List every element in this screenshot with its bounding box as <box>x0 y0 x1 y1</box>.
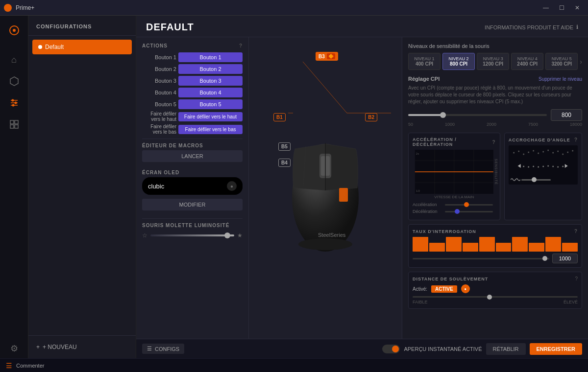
minimize-button[interactable]: — <box>539 1 553 15</box>
distance-panel: DISTANCE DE SOULÈVEMENT ? Activé: ACTIVE… <box>408 272 582 309</box>
sidebar-icon-settings[interactable]: ⚙ <box>4 339 24 358</box>
cpi-level-3[interactable]: NIVEAU 3 1200 CPI <box>477 53 509 70</box>
cpi-tick-2: 2000 <box>487 122 496 127</box>
toggle-circle[interactable]: ● <box>461 284 470 293</box>
bottom-bar: ☰ CONFIGS APERÇU INSTANTANÉ ACTIVÉ RÉTAB… <box>136 339 588 358</box>
angle-slider[interactable] <box>521 179 551 181</box>
cpi-slider[interactable] <box>408 114 547 116</box>
app-icon <box>4 4 12 12</box>
svg-rect-9 <box>10 120 14 124</box>
taux-value-input[interactable] <box>552 254 578 263</box>
distance-help-icon[interactable]: ? <box>575 276 578 281</box>
button-4-action[interactable]: Bouton 4 <box>178 88 243 97</box>
scroll-up-label: Faire défiler vers le haut <box>142 111 176 122</box>
cpi-tick-3: 7500 <box>528 122 538 127</box>
taux-slider[interactable] <box>413 258 549 259</box>
scroll-down-action[interactable]: Faire défiler vers le bas <box>178 125 243 134</box>
retablir-button[interactable]: RÉTABLIR <box>486 343 526 355</box>
svg-point-43 <box>557 151 559 152</box>
svg-point-34 <box>513 152 514 154</box>
scroll-wheel-title: SOURIS MOLETTE LUMINOSITÉ <box>142 223 243 228</box>
editor-info-link[interactable]: INFORMATIONS PRODUIT ET AIDE ℹ <box>485 24 578 30</box>
maximize-button[interactable]: ☐ <box>555 1 568 15</box>
actions-help-icon[interactable]: ? <box>239 43 243 48</box>
reglage-section: Réglage CPI Supprimer le niveau Avec un … <box>408 76 582 127</box>
svg-point-57 <box>562 166 564 167</box>
distance-thumb[interactable] <box>487 295 492 300</box>
launch-button[interactable]: LANCER <box>142 150 243 162</box>
config-item-default[interactable]: Default <box>32 40 132 54</box>
wave-icon <box>511 177 520 183</box>
button-3-action[interactable]: Bouton 3 <box>178 76 243 86</box>
configs-button[interactable]: ☰ CONFIGS <box>142 344 184 354</box>
svg-text:1/2: 1/2 <box>416 189 420 192</box>
svg-point-38 <box>533 150 534 152</box>
taux-help-icon[interactable]: ? <box>574 229 578 234</box>
actions-section-header: ACTIONS ? <box>142 43 243 48</box>
new-config-button[interactable]: + + NOUVEAU <box>32 340 132 354</box>
title-bar: Prime+ — ☐ ✕ <box>0 0 588 16</box>
sidebar-icon-home[interactable]: ⌂ <box>4 50 24 70</box>
sidebar-icon-hexagon[interactable] <box>4 71 24 91</box>
svg-point-53 <box>542 166 544 167</box>
button-4-label: Bouton 4 <box>142 90 176 95</box>
svg-point-51 <box>533 166 534 167</box>
accel-thumb[interactable] <box>464 202 469 207</box>
commenter-icon: ☰ <box>6 362 12 370</box>
angle-help-icon[interactable]: ? <box>574 137 578 142</box>
button-row-scroll-up: Faire défiler vers le haut Faire défiler… <box>142 111 243 122</box>
brightness-thumb[interactable] <box>224 232 230 238</box>
cpi-value-input[interactable] <box>551 109 582 121</box>
svg-point-6 <box>14 102 17 104</box>
button-5-action[interactable]: Bouton 5 <box>178 99 243 109</box>
toggle-on-icon: ● <box>464 287 466 291</box>
svg-marker-2 <box>10 77 18 86</box>
acceleration-help-icon[interactable]: ? <box>492 140 496 145</box>
active-toggle[interactable]: ACTIVE <box>431 285 457 293</box>
apercu-toggle[interactable] <box>382 345 400 353</box>
cpi-section: Niveaux de sensibilité de la souris NIVE… <box>408 43 582 70</box>
button-2-action[interactable]: Bouton 2 <box>178 64 243 74</box>
button-1-label: Bouton 1 <box>142 54 176 60</box>
sidebar-icon-sliders[interactable] <box>4 93 24 113</box>
cpi-level-2[interactable]: NIVEAU 2 800 CPI <box>442 53 475 70</box>
sidebar-icon-grid[interactable] <box>4 115 24 134</box>
decel-thumb[interactable] <box>455 209 460 214</box>
svg-text:SteelSeries: SteelSeries <box>318 232 346 238</box>
config-panel: CONFIGURATIONS Default + + NOUVEAU <box>28 16 136 358</box>
scroll-up-action[interactable]: Faire défiler vers le haut <box>178 112 243 121</box>
button-row-scroll-down: Faire défiler vers le bas Faire défiler … <box>142 124 243 135</box>
enregistrer-button[interactable]: ENREGISTRER <box>530 343 582 355</box>
actions-panel: ACTIONS ? Bouton 1 Bouton 1 Bouton 2 Bou… <box>136 37 249 339</box>
close-button[interactable]: ✕ <box>570 1 584 15</box>
decel-slider[interactable] <box>445 211 493 212</box>
accel-slider[interactable] <box>445 204 493 206</box>
taux-panel: TAUX D'INTERROGATION ? <box>408 224 582 268</box>
cpi-level-4-label: NIVEAU 4 <box>514 56 541 61</box>
taux-thumb[interactable] <box>542 256 547 261</box>
svg-point-45 <box>567 152 568 153</box>
svg-point-35 <box>518 151 519 152</box>
cpi-arrow-icon[interactable]: › <box>580 58 582 66</box>
wave-toggle[interactable] <box>511 177 551 183</box>
sidebar-icons: ⌂ ⚙ <box>0 16 28 358</box>
cpi-level-4[interactable]: NIVEAU 4 2400 CPI <box>511 53 543 70</box>
cpi-level-5[interactable]: NIVEAU 5 3200 CPI <box>545 53 578 70</box>
apercu-label: APERÇU INSTANTANÉ ACTIVÉ <box>404 346 482 352</box>
title-bar-left: Prime+ <box>4 4 34 12</box>
config-footer: + + NOUVEAU <box>28 335 136 358</box>
angle-thumb[interactable] <box>532 177 537 182</box>
oled-circle: ● <box>227 181 237 191</box>
b3-icon: 🔶 <box>327 53 335 59</box>
cpi-slider-thumb[interactable] <box>440 112 446 118</box>
sidebar-icon-logo[interactable] <box>4 21 24 40</box>
panels-row: ACCÉLÉRATION / DÉCÉLÉRATION ? <box>408 133 582 220</box>
decel-row: Décélération <box>413 209 496 214</box>
reglage-link[interactable]: Supprimer le niveau <box>539 76 582 82</box>
button-1-action[interactable]: Bouton 1 <box>178 52 243 62</box>
distance-slider[interactable] <box>413 296 578 298</box>
brightness-slider[interactable] <box>150 234 234 236</box>
cpi-level-1[interactable]: NIVEAU 1 400 CPI <box>408 53 441 70</box>
modify-button[interactable]: MODIFIER <box>142 199 243 210</box>
svg-rect-10 <box>15 120 18 124</box>
